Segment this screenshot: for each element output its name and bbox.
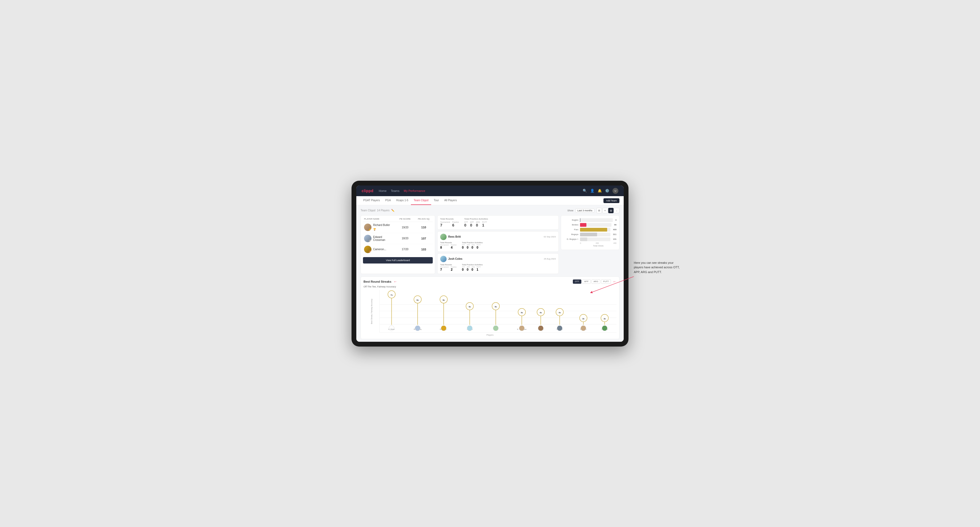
tab-arg[interactable]: ARG — [592, 279, 600, 284]
josh-arg-label: ARG — [471, 266, 475, 268]
josh-rounds: Total Rounds Tournament 7 Practice — [440, 264, 457, 271]
nav-my-performance[interactable]: My Performance — [404, 189, 425, 192]
rees-t-val: 8 — [440, 246, 449, 249]
streaks-section: Best Round Streaks ← OTT APP ARG PUTT ← — [361, 276, 619, 339]
nav-home[interactable]: Home — [379, 189, 387, 192]
svg-text:5x: 5x — [469, 306, 471, 308]
josh-app-label: APP — [466, 266, 470, 268]
streaks-title-area: Best Round Streaks ← — [363, 279, 397, 284]
pc-player-josh: Josh Coles — [440, 256, 462, 262]
app-val: 0 — [470, 223, 474, 227]
rees-date: 02 Sep 2023 — [544, 236, 556, 238]
josh-app: APP 0 — [466, 266, 470, 271]
josh-arg: ARG 0 — [471, 266, 475, 271]
player-name-3: Cameron... — [373, 248, 386, 251]
nav-links: Home Teams My Performance — [379, 189, 425, 192]
list-view-btn[interactable]: ≡ — [602, 208, 608, 213]
subnav-pgat[interactable]: PGAT Players — [361, 196, 382, 205]
birdies-bar-container — [580, 223, 611, 227]
josh-date: 26 Aug 2023 — [544, 258, 556, 260]
search-icon[interactable]: 🔍 — [583, 189, 587, 193]
app-stat: APP 0 — [470, 221, 474, 227]
dbogeys-label: D. Bogeys + — [564, 238, 578, 240]
josh-tournament: Tournament 7 — [440, 266, 449, 271]
edit-icon[interactable]: ✏️ — [391, 209, 395, 212]
annotation-text: Here you can see streaks your players ha… — [634, 261, 679, 274]
josh-putt: PUTT 1 — [476, 266, 481, 271]
player-name-1: Richard Butler — [373, 224, 390, 227]
svg-text:7x: 7x — [391, 294, 393, 296]
practice-activities-group: Total Practice Activities OTT 0 APP — [464, 218, 488, 227]
tab-ott[interactable]: OTT — [573, 279, 581, 284]
summary-stats: Total Rounds Tournament 7 Practice — [440, 218, 556, 227]
subnav-pga[interactable]: PGA — [382, 196, 393, 205]
tab-app[interactable]: APP — [582, 279, 591, 284]
bogeys-bar — [580, 233, 597, 237]
view-full-leaderboard-button[interactable]: View Full Leaderboard — [363, 257, 433, 264]
subnav-all-players[interactable]: All Players — [442, 196, 460, 205]
col-pb-score: PB SCORE — [395, 218, 416, 220]
svg-point-14 — [441, 325, 446, 331]
bar-chart-column: Eagles 3 Birdies — [561, 215, 619, 274]
add-team-button[interactable]: Add Team — [603, 198, 619, 203]
team-name: Team Clippd — [361, 209, 375, 212]
col-player: PLAYER NAME — [364, 218, 395, 220]
tournament-val: 7 — [440, 223, 450, 227]
lb-row: 2 Edward Crossman 18/20 107 — [363, 233, 433, 244]
subnav-tour[interactable]: Tour — [431, 196, 442, 205]
tab-putt[interactable]: PUTT — [601, 279, 611, 284]
bogeys-label: Bogeys — [564, 233, 578, 236]
arrow-indicator-right: ← — [613, 279, 616, 284]
ott-label: OTT — [464, 221, 468, 223]
subnav-hcaps[interactable]: Hcaps 1-5 — [394, 196, 411, 205]
avg-1: 110 — [416, 226, 432, 229]
pc-header-rees: Rees Britt 02 Sep 2023 — [440, 234, 556, 240]
period-select[interactable]: Last 3 months — [576, 208, 594, 213]
score-1: 19/20 — [395, 226, 416, 229]
rees-putt-label: PUTT — [476, 244, 481, 246]
josh-p-label: Practice — [451, 266, 457, 268]
rees-app: APP 0 — [466, 244, 470, 249]
view-icons: ⊞ ≡ ▤ ↓ — [597, 208, 619, 213]
rees-putt: PUTT 0 — [476, 244, 481, 249]
svg-text:6x: 6x — [442, 299, 445, 301]
subnav-team-clippd[interactable]: Team Clippd — [411, 196, 431, 205]
grid-view-btn[interactable]: ⊞ — [597, 208, 602, 213]
avatar[interactable]: U — [612, 188, 618, 194]
rees-arg-val: 0 — [471, 246, 475, 249]
bar-bogeys: Bogeys 311 — [564, 233, 616, 237]
settings-icon[interactable]: ⚙️ — [605, 189, 609, 193]
svg-text:6x: 6x — [417, 299, 418, 301]
practice-label: Practice — [452, 221, 459, 223]
bar-chart: Eagles 3 Birdies — [564, 218, 616, 241]
svg-point-19 — [467, 325, 473, 331]
streaks-subtitle: Off The Tee, Fairway Accuracy — [363, 285, 616, 288]
josh-t-label: Tournament — [440, 266, 449, 268]
birdies-val: 96 — [614, 224, 616, 226]
bell-icon[interactable]: 🔔 — [598, 189, 602, 193]
user-icon[interactable]: 👤 — [590, 189, 594, 193]
svg-text:3x: 3x — [582, 317, 584, 319]
rank-badge-2: 2 — [369, 240, 371, 242]
bar-dbogeys: D. Bogeys + 131 — [564, 237, 616, 241]
total-rounds-label: Total Rounds — [440, 218, 459, 220]
player-info: 2 Edward Crossman — [364, 235, 395, 242]
josh-ott: OTT 0 — [462, 266, 465, 271]
bogeys-bar-container — [580, 233, 610, 237]
josh-rounds-label: Total Rounds — [440, 264, 457, 266]
main-content: Team Clippd 14 Players ✏️ Show Last 3 mo… — [356, 205, 624, 342]
card-view-btn[interactable]: ▤ — [608, 208, 614, 213]
pars-label: Pars — [564, 229, 578, 231]
nav-teams[interactable]: Teams — [391, 189, 399, 192]
rank-badge-3: 3 — [369, 251, 371, 253]
detail-view-btn[interactable]: ↓ — [614, 208, 619, 213]
tournament-stat: Tournament 7 — [440, 221, 450, 227]
bar-axis-title: Total Shots — [564, 244, 616, 247]
team-header: Team Clippd 14 Players ✏️ Show Last 3 mo… — [361, 208, 619, 213]
rees-t-label: Tournament — [440, 244, 449, 246]
players-label: Players — [363, 334, 616, 336]
bar-birdies: Birdies 96 — [564, 223, 616, 227]
avg-2: 107 — [416, 237, 432, 240]
birdies-label: Birdies — [564, 224, 578, 226]
svg-text:4x: 4x — [540, 312, 542, 314]
